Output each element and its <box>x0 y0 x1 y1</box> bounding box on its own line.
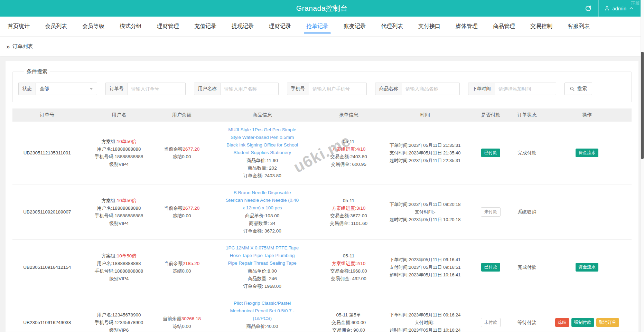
user-phone: 手机号码:12345678900 <box>84 319 154 326</box>
user-phone: 手机号码:18888888888 <box>84 212 154 220</box>
timeout-time: 超时时间:2023年05月11日 10:16:24 <box>382 326 468 332</box>
nav-tab-1[interactable]: 首页统计 <box>8 17 30 36</box>
balance-value: 2185.20 <box>183 261 199 266</box>
cell-balance: 当前余额30266.18冻结0.00 <box>156 295 207 332</box>
refresh-icon[interactable] <box>579 0 597 17</box>
filter-group-1: 订单号 <box>105 83 186 95</box>
cell-actions: 冻结强制付款取消订单 <box>542 295 632 332</box>
filter-input[interactable] <box>495 83 556 95</box>
filter-group-3: 手机号 <box>287 83 367 95</box>
frozen-amount: 冻结0.00 <box>158 212 205 220</box>
product-quantity: 商品数量: 202 <box>209 164 315 172</box>
fund-flow-button[interactable]: 资金流水 <box>576 149 598 157</box>
search-button[interactable]: 搜索 <box>564 83 592 95</box>
user-icon <box>604 6 610 11</box>
cell-product: MUJI Style 1Pcs Gel Pen Simple Style Wat… <box>207 122 317 184</box>
balance-line: 当前余额2677.20 <box>158 145 205 153</box>
order-number: UB2305110920189007 <box>15 208 80 216</box>
force-pay-button[interactable]: 强制付款 <box>571 318 594 327</box>
nav-tab-2[interactable]: 会员列表 <box>45 17 67 36</box>
pay-time: 支付时间:2023年05月11日 09:16:51 <box>382 264 468 271</box>
nav-tab-5[interactable]: 理财管理 <box>157 17 179 36</box>
cell-order-no: UB2305110920189007 <box>12 184 82 240</box>
table-row: UB2305110920189007方案组:10单50倍用户名:18888888… <box>12 184 632 240</box>
cell-user: 方案组:10单50倍用户名:18888888888手机号码:1888888888… <box>82 184 156 240</box>
balance-label: 当前余额 <box>163 316 181 321</box>
order-number: UB2305112135311001 <box>15 149 80 157</box>
plan-value: 10单50倍 <box>117 139 137 144</box>
fund-flow-button[interactable]: 资金流水 <box>576 263 598 272</box>
pay-time: 支付时间:- <box>382 319 468 326</box>
order-amount: 订单金额: 2403.80 <box>209 172 315 180</box>
order-time: 下单时间:2023年05月11日 09:20:18 <box>382 201 468 208</box>
grab-date: 05-11 第5单 <box>319 311 378 319</box>
product-quantity: 商品数量: 15 <box>209 330 315 332</box>
product-link[interactable]: 1PC 12MM X 0.075MM PTFE Tape Hose Tape P… <box>225 244 300 267</box>
nav-tab-12[interactable]: 支付接口 <box>418 17 440 36</box>
nav-tab-15[interactable]: 交易控制 <box>530 17 552 36</box>
grab-date: 05-11 <box>319 197 378 205</box>
nav-tab-7[interactable]: 提现记录 <box>232 17 254 36</box>
app-title: Granada控制台 <box>296 3 348 13</box>
cell-product: 1PC 12MM X 0.075MM PTFE Tape Hose Tape P… <box>207 240 317 295</box>
status-select[interactable]: 全部 <box>36 83 97 95</box>
cell-order-no: UB2305110916249038 <box>12 295 82 332</box>
product-link[interactable]: Pilot Rexgrip Classic/Pastel Mechanical … <box>225 300 300 322</box>
vertical-scrollbar[interactable] <box>641 0 644 332</box>
main-nav: 首页统计会员列表会员等级模式分组理财管理充值记录提现记录理财记录抢单记录账变记录… <box>0 17 644 37</box>
nav-tab-4[interactable]: 模式分组 <box>120 17 142 36</box>
column-header: 商品信息 <box>207 108 317 122</box>
filter-label: 下单时间 <box>468 83 495 95</box>
trade-amount: 交易金额:2403.80 <box>319 153 378 161</box>
table-row: UB2305110916412154方案组:10单50倍用户名:18888888… <box>12 240 632 295</box>
cell-balance: 当前余额2185.20冻结0.00 <box>156 240 207 295</box>
trade-amount: 交易金额:3672.00 <box>319 212 378 220</box>
user-level: 级别VIP4 <box>84 161 154 168</box>
product-link[interactable]: B Braun Needle Disposable Sterican Needl… <box>225 189 300 212</box>
product-link[interactable]: MUJI Style 1Pcs Gel Pen Simple Style Wat… <box>225 126 300 156</box>
nav-tab-13[interactable]: 媒体管理 <box>456 17 478 36</box>
column-header: 订单状态 <box>511 108 542 122</box>
nav-tab-6[interactable]: 充值记录 <box>194 17 216 36</box>
grab-date: 05-11 <box>319 138 378 145</box>
filter-label: 订单号 <box>105 83 128 95</box>
cell-status: 完成付款 <box>511 240 542 295</box>
freeze-button[interactable]: 冻结 <box>555 318 569 327</box>
scrollbar-thumb[interactable] <box>641 52 644 159</box>
pay-time: 支付时间:- <box>382 208 468 216</box>
timeout-time: 超时时间:2023年05月11日 22:35:31 <box>382 157 468 164</box>
order-amount: 订单金额: 1968.00 <box>209 283 315 290</box>
nav-tab-8[interactable]: 理财记录 <box>269 17 291 36</box>
balance-line: 当前余额2185.20 <box>158 260 205 267</box>
user-plan-line: 方案组:10单50倍 <box>84 138 154 145</box>
product-unit-price: 商品单价:11.90 <box>209 157 315 164</box>
nav-tab-3[interactable]: 会员等级 <box>82 17 104 36</box>
filter-input[interactable] <box>309 83 367 95</box>
nav-tab-16[interactable]: 客服列表 <box>568 17 590 36</box>
plan-label: 方案组: <box>101 253 116 258</box>
user-plan-line: 方案组:10单50倍 <box>84 252 154 260</box>
filter-input[interactable] <box>221 83 279 95</box>
cell-actions <box>542 184 632 240</box>
cell-time: 下单时间:2023年05月11日 09:20:18支付时间:-超时时间:2023… <box>380 184 470 240</box>
trade-commission: 交易佣金: 90.00 <box>319 326 378 332</box>
nav-tab-9[interactable]: 抢单记录 <box>306 17 328 36</box>
search-panel-title: 条件搜索 <box>24 68 50 75</box>
cell-product: B Braun Needle Disposable Sterican Needl… <box>207 184 317 240</box>
user-level: 级别VIP6 <box>84 326 154 332</box>
search-button-label: 搜索 <box>577 86 587 92</box>
nav-tab-14[interactable]: 商品管理 <box>493 17 515 36</box>
filter-label: 商品名称 <box>375 83 402 95</box>
nav-tab-11[interactable]: 代理列表 <box>381 17 403 36</box>
filter-group-4: 商品名称 <box>375 83 460 95</box>
filter-group-5: 下单时间 <box>468 83 556 95</box>
pay-time: 支付时间:2023年05月11日 21:35:40 <box>382 149 468 157</box>
header-divider <box>598 0 599 17</box>
filter-input[interactable] <box>128 83 186 95</box>
cancel-order-button[interactable]: 取消订单 <box>596 318 619 327</box>
order-time: 下单时间:2023年05月11日 09:16:41 <box>382 256 468 264</box>
filter-input[interactable] <box>402 83 460 95</box>
user-name: 用户名:12345678900 <box>84 311 154 319</box>
cell-time: 下单时间:2023年05月11日 09:16:41支付时间:2023年05月11… <box>380 240 470 295</box>
nav-tab-10[interactable]: 账变记录 <box>344 17 366 36</box>
